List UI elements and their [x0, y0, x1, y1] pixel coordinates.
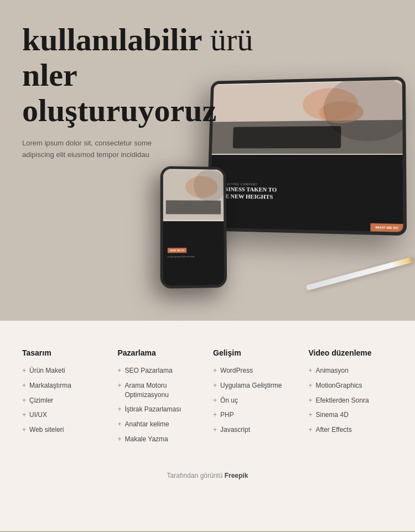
list-item: + Ön uç [213, 396, 298, 405]
phone-image-placeholder [163, 169, 224, 221]
footer-credit-link[interactable]: Freepik [225, 472, 248, 479]
service-column-pazarlama: Pazarlama + SEO Pazarlama + Arama Motoru… [118, 348, 203, 450]
hero-title-line3: oluşturuyoruz [22, 92, 216, 128]
plus-icon: + [213, 411, 217, 419]
list-item: + Animasyon [309, 366, 393, 375]
nav-dot-3 [396, 84, 397, 86]
list-item: + Markalaştırma [22, 381, 107, 390]
list-item: + SEO Pazarlama [118, 366, 203, 375]
list-item: + After Effects [309, 425, 393, 435]
service-label: Markalaştırma [29, 381, 71, 390]
plus-icon: + [22, 367, 26, 374]
phone-description: Lorem ipsum dolor sit amet [168, 255, 220, 258]
service-label: Uygulama Geliştirme [220, 381, 282, 390]
service-label: Ön uç [220, 396, 238, 405]
plus-icon: + [213, 426, 217, 434]
service-label: UI/UX [29, 410, 47, 420]
service-label: Web siteleri [29, 425, 64, 435]
stylus-pencil [305, 257, 414, 290]
plus-icon: + [118, 382, 122, 389]
svg-rect-2 [233, 126, 341, 148]
hero-subtitle: Lorem ipsum dolor sit, consectetur some … [22, 138, 177, 161]
footer-credit: Tarafından görüntü Freepik [22, 472, 393, 479]
service-heading-pazarlama: Pazarlama [118, 348, 203, 357]
hero-title: kullanılabilir ürü nler oluşturuyoruz [22, 22, 288, 128]
tablet-headline: BUSINESS TAKEN TO THE NEW HEIGHTS [217, 185, 281, 201]
tablet-text: CONSULTING COMPANY BUSINESS TAKEN TO THE… [217, 182, 281, 201]
service-column-tasarim: Tasarım + Ürün Maketi + Markalaştırma + … [22, 348, 107, 450]
service-label: İştirak Pazarlaması [125, 405, 181, 414]
service-label: PHP [220, 410, 234, 420]
service-label: WordPress [220, 366, 253, 375]
hero-section: kullanılabilir ürü nler oluşturuyoruz Lo… [0, 0, 415, 321]
plus-icon: + [213, 382, 217, 389]
service-heading-video: Video düzenleme [309, 348, 393, 357]
service-label: After Effects [316, 425, 352, 435]
list-item: + Sinema 4D [309, 410, 393, 420]
service-label: Efektlerden Sonra [316, 396, 369, 405]
services-grid: Tasarım + Ürün Maketi + Markalaştırma + … [22, 348, 393, 450]
service-heading-tasarim: Tasarım [22, 348, 107, 357]
list-item: + MotionGraphics [309, 381, 393, 390]
list-item: + Çizimler [22, 396, 107, 405]
list-item: + PHP [213, 410, 298, 420]
hero-title-bold: kullanılabilir [22, 22, 203, 58]
phone-mockup: WHAT WE DO Lorem ipsum dolor sit amet [160, 166, 227, 289]
service-label: Javascript [220, 425, 250, 435]
tablet-content: CONSULTING COMPANY BUSINESS TAKEN TO THE… [210, 155, 403, 232]
plus-icon: + [309, 426, 313, 434]
phone-top-image [163, 169, 224, 221]
nav-dot-2 [392, 84, 394, 86]
list-item: + Web siteleri [22, 425, 107, 435]
plus-icon: + [118, 405, 122, 413]
service-heading-gelisim: Gelişim [213, 348, 298, 357]
plus-icon: + [213, 397, 217, 404]
plus-icon: + [22, 397, 26, 404]
phone-bottom-content: WHAT WE DO Lorem ipsum dolor sit amet [163, 221, 225, 285]
plus-icon: + [309, 367, 313, 374]
list-item: + Makale Yazma [118, 435, 203, 444]
plus-icon: + [118, 435, 122, 443]
phone-screen: WHAT WE DO Lorem ipsum dolor sit amet [163, 169, 225, 285]
service-column-video: Video düzenleme + Animasyon + MotionGrap… [309, 348, 393, 450]
svg-rect-7 [166, 200, 221, 214]
list-item: + İştirak Pazarlaması [118, 405, 203, 414]
tablet-what-we-do-badge: WHAT WE DO [371, 223, 403, 232]
service-label: Sinema 4D [316, 410, 349, 420]
service-column-gelisim: Gelişim + WordPress + Uygulama Geliştirm… [213, 348, 298, 450]
service-label: Çizimler [29, 396, 53, 405]
hero-title-light: ürü [203, 22, 253, 58]
nav-dot-1 [389, 84, 391, 86]
hero-title-line2: nler [22, 57, 77, 93]
plus-icon: + [309, 411, 313, 419]
list-item: + Anahtar kelime [118, 420, 203, 429]
plus-icon: + [213, 367, 217, 374]
list-item: + Ürün Maketi [22, 366, 107, 375]
tablet-nav-icons [389, 84, 398, 86]
plus-icon: + [309, 382, 313, 389]
plus-icon: + [309, 397, 313, 404]
service-label: Arama Motoru Optimizasyonu [125, 381, 202, 400]
services-section: Tasarım + Ürün Maketi + Markalaştırma + … [0, 321, 415, 531]
service-label: Anahtar kelime [125, 420, 169, 429]
plus-icon: + [118, 420, 122, 428]
footer-credit-text: Tarafından görüntü [167, 472, 225, 479]
plus-icon: + [22, 426, 26, 434]
list-item: + WordPress [213, 366, 298, 375]
list-item: + Efektlerden Sonra [309, 396, 393, 405]
service-label: MotionGraphics [316, 381, 362, 390]
list-item: + UI/UX [22, 410, 107, 420]
service-label: Makale Yazma [125, 435, 168, 444]
plus-icon: + [22, 411, 26, 419]
phone-what-we-do-badge: WHAT WE DO [168, 248, 187, 253]
svg-point-4 [319, 101, 364, 124]
list-item: + Javascript [213, 425, 298, 435]
list-item: + Arama Motoru Optimizasyonu [118, 381, 203, 400]
list-item: + Uygulama Geliştirme [213, 381, 298, 390]
service-label: SEO Pazarlama [125, 366, 173, 375]
service-label: Animasyon [316, 366, 349, 375]
plus-icon: + [118, 367, 122, 374]
plus-icon: + [22, 382, 26, 389]
service-label: Ürün Maketi [29, 366, 65, 375]
